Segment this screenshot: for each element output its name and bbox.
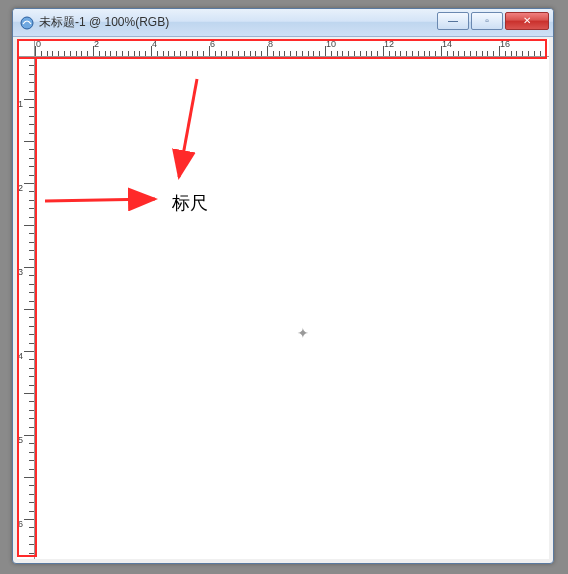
minimize-icon: —	[448, 16, 458, 26]
h-ruler-label: 8	[268, 39, 273, 49]
h-ruler-label: 6	[210, 39, 215, 49]
vertical-ruler[interactable]: 123456	[17, 57, 35, 559]
ruler-corner[interactable]	[17, 39, 35, 57]
close-button[interactable]: ✕	[505, 12, 549, 30]
v-ruler-label: 3	[18, 267, 23, 277]
h-ruler-label: 0	[36, 39, 41, 49]
client-area: 024681012141618 123456 ✦ 标尺	[17, 39, 549, 559]
titlebar[interactable]: 未标题-1 @ 100%(RGB) — ▫ ✕	[13, 9, 553, 37]
h-ruler-label: 16	[500, 39, 510, 49]
center-marker-icon: ✦	[297, 325, 309, 341]
svg-point-0	[21, 17, 33, 29]
horizontal-ruler[interactable]: 024681012141618	[35, 39, 549, 57]
canvas-area[interactable]: ✦	[35, 57, 549, 559]
window-controls: — ▫ ✕	[437, 12, 549, 30]
window-title: 未标题-1 @ 100%(RGB)	[39, 14, 169, 31]
minimize-button[interactable]: —	[437, 12, 469, 30]
h-ruler-label: 10	[326, 39, 336, 49]
h-ruler-label: 14	[442, 39, 452, 49]
v-ruler-label: 6	[18, 519, 23, 529]
maximize-button[interactable]: ▫	[471, 12, 503, 30]
v-ruler-label: 4	[18, 351, 23, 361]
h-ruler-label: 12	[384, 39, 394, 49]
v-ruler-label: 2	[18, 183, 23, 193]
h-ruler-label: 4	[152, 39, 157, 49]
h-ruler-label: 2	[94, 39, 99, 49]
application-icon	[19, 15, 35, 31]
v-ruler-label: 5	[18, 435, 23, 445]
maximize-icon: ▫	[485, 16, 489, 26]
annotation-label: 标尺	[172, 191, 208, 215]
v-ruler-label: 1	[18, 99, 23, 109]
close-icon: ✕	[523, 16, 531, 26]
document-window: 未标题-1 @ 100%(RGB) — ▫ ✕ 024681012141618 …	[12, 8, 554, 564]
